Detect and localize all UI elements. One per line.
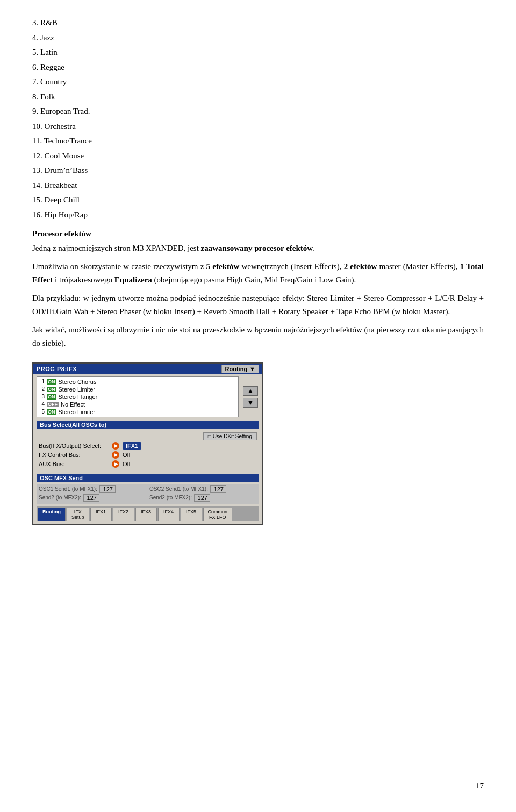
effect-num: 5 bbox=[39, 409, 45, 415]
arrow-down[interactable]: ▼ bbox=[243, 398, 258, 408]
list-item: 11. Techno/Trance bbox=[32, 134, 484, 148]
bus-value-blue: IFX1 bbox=[123, 442, 141, 450]
list-item: 5. Latin bbox=[32, 46, 484, 60]
list-item: 10. Orchestra bbox=[32, 120, 484, 134]
osc-send-value: 127 bbox=[99, 485, 116, 493]
bus-row-label: Bus(IFX/Output) Select: bbox=[39, 443, 109, 449]
bus-btn[interactable]: ▶ bbox=[112, 460, 119, 468]
diagram-title-left: PROG P8:IFX bbox=[37, 366, 77, 372]
list-section: 3. R&B4. Jazz5. Latin6. Reggae7. Country… bbox=[32, 16, 484, 222]
list-item: 8. Folk bbox=[32, 90, 484, 104]
effect-name: No Effect bbox=[61, 401, 85, 408]
diagram-tabs: RoutingIFX SetupIFX1IFX2IFX3IFX4IFX5Comm… bbox=[37, 506, 259, 522]
diagram-titlebar: PROG P8:IFX Routing ▼ bbox=[33, 364, 262, 374]
effect-status-badge: ON bbox=[47, 409, 56, 415]
list-item: 16. Hip Hop/Rap bbox=[32, 208, 484, 222]
diagram-tab[interactable]: IFX1 bbox=[90, 508, 112, 522]
effect-num: 1 bbox=[39, 379, 45, 385]
effect-name: Stereo Flanger bbox=[59, 394, 98, 400]
list-item: 13. Drum’n’Bass bbox=[32, 164, 484, 178]
diagram-tab[interactable]: Routing bbox=[38, 508, 66, 522]
osc-send-label: Send2 (to MFX2): bbox=[39, 495, 81, 501]
body-paragraph-3: Dla przykładu: w jednym utworze można po… bbox=[32, 292, 484, 319]
body-paragraph-2: Umożliwia on skorzystanie w czasie rzecz… bbox=[32, 260, 484, 287]
effect-status-badge: OFF bbox=[47, 402, 59, 407]
list-item: 7. Country bbox=[32, 75, 484, 89]
effect-row[interactable]: 2 ON Stereo Limiter bbox=[39, 386, 236, 393]
use-dkit-checkbox[interactable]: □ Use DKit Setting bbox=[203, 432, 257, 440]
bus-row: FX Control Bus: ▶ Off bbox=[39, 451, 257, 459]
osc-header: OSC MFX Send bbox=[37, 474, 259, 482]
osc-send-label: OSC1 Send1 (to MFX1): bbox=[39, 486, 97, 492]
list-item: 9. European Trad. bbox=[32, 105, 484, 119]
diagram-tab[interactable]: IFX Setup bbox=[67, 508, 89, 522]
arrow-up[interactable]: ▲ bbox=[243, 386, 258, 396]
diagram-box: PROG P8:IFX Routing ▼ 1 ON Stereo Chorus… bbox=[32, 363, 263, 525]
effects-list-outer: 1 ON Stereo Chorus 2 ON Stereo Limiter 3… bbox=[37, 376, 259, 417]
use-dkit-row: □ Use DKit Setting bbox=[39, 432, 257, 440]
osc-send-value: 127 bbox=[194, 494, 210, 502]
diagram-tab[interactable]: Common FX LFO bbox=[203, 508, 233, 522]
osc-send-value: 127 bbox=[210, 485, 226, 493]
diagram-tab[interactable]: IFX5 bbox=[181, 508, 202, 522]
list-item: 6. Reggae bbox=[32, 61, 484, 75]
use-dkit-label: Use DKit Setting bbox=[213, 433, 252, 439]
osc-send-cell: Send2 (to MFX2): 127 bbox=[149, 494, 257, 502]
diagram-tab[interactable]: IFX3 bbox=[135, 508, 157, 522]
bus-rows: □ Use DKit Setting Bus(IFX/Output) Selec… bbox=[37, 431, 259, 472]
effect-name: Stereo Chorus bbox=[59, 379, 97, 385]
diagram-tab[interactable]: IFX2 bbox=[113, 508, 134, 522]
effect-num: 4 bbox=[39, 401, 45, 407]
effect-row[interactable]: 1 ON Stereo Chorus bbox=[39, 378, 236, 386]
chevron-down-icon: ▼ bbox=[249, 366, 255, 372]
effect-num: 2 bbox=[39, 386, 45, 392]
effect-row[interactable]: 4 OFF No Effect bbox=[39, 401, 236, 408]
diagram-tab[interactable]: IFX4 bbox=[158, 508, 180, 522]
effects-list-box: 1 ON Stereo Chorus 2 ON Stereo Limiter 3… bbox=[37, 376, 239, 417]
bus-btn[interactable]: ▶ bbox=[112, 442, 119, 450]
diagram-inner: 1 ON Stereo Chorus 2 ON Stereo Limiter 3… bbox=[33, 374, 262, 524]
osc-send-label: OSC2 Send1 (to MFX1): bbox=[149, 486, 208, 492]
effect-status-badge: ON bbox=[47, 379, 56, 385]
bus-row-label: FX Control Bus: bbox=[39, 452, 109, 458]
osc-send-label: Send2 (to MFX2): bbox=[149, 495, 192, 501]
osc-send-cell: OSC1 Send1 (to MFX1): 127 bbox=[39, 485, 146, 493]
list-item: 15. Deep Chill bbox=[32, 193, 484, 207]
osc-send-cell: Send2 (to MFX2): 127 bbox=[39, 494, 146, 502]
effect-status-badge: ON bbox=[47, 394, 56, 400]
bus-value-plain: Off bbox=[123, 461, 130, 467]
bus-row-label: AUX Bus: bbox=[39, 461, 109, 467]
osc-send-cell: OSC2 Send1 (to MFX1): 127 bbox=[149, 485, 257, 493]
effect-row[interactable]: 5 ON Stereo Limiter bbox=[39, 408, 236, 416]
osc-send-rows: OSC1 Send1 (to MFX1): 127 OSC2 Send1 (to… bbox=[37, 484, 259, 504]
list-item: 12. Cool Mouse bbox=[32, 149, 484, 163]
effect-name: Stereo Limiter bbox=[59, 409, 95, 415]
section-heading: Procesor efektów bbox=[32, 229, 484, 238]
bus-section-heading: Bus Select(All OSCs to) bbox=[37, 421, 259, 429]
list-item: 14. Breakbeat bbox=[32, 179, 484, 193]
effect-status-badge: ON bbox=[47, 387, 56, 392]
content-area: 3. R&B4. Jazz5. Latin6. Reggae7. Country… bbox=[32, 16, 484, 525]
bus-btn[interactable]: ▶ bbox=[112, 451, 119, 459]
effect-row[interactable]: 3 ON Stereo Flanger bbox=[39, 393, 236, 401]
list-item: 3. R&B bbox=[32, 16, 484, 30]
effect-num: 3 bbox=[39, 394, 45, 400]
osc-send-row: Send2 (to MFX2): 127 Send2 (to MFX2): 12… bbox=[39, 494, 257, 502]
page-number: 17 bbox=[476, 781, 484, 791]
effect-name: Stereo Limiter bbox=[59, 386, 95, 393]
bus-row: Bus(IFX/Output) Select: ▶ IFX1 bbox=[39, 442, 257, 450]
bus-value-plain: Off bbox=[123, 452, 130, 458]
list-item: 4. Jazz bbox=[32, 31, 484, 45]
diagram-routing-btn[interactable]: Routing ▼ bbox=[221, 365, 259, 373]
effects-arrows: ▲ ▼ bbox=[242, 376, 259, 417]
body-paragraph-4: Jak widać, możliwości są olbrzymie i nic… bbox=[32, 323, 484, 351]
body-paragraph-1: Jedną z najmocniejszych stron M3 XPANDED… bbox=[32, 242, 484, 256]
bus-row: AUX Bus: ▶ Off bbox=[39, 460, 257, 468]
osc-send-row: OSC1 Send1 (to MFX1): 127 OSC2 Send1 (to… bbox=[39, 485, 257, 493]
osc-send-value: 127 bbox=[83, 494, 99, 502]
diagram-title-right-label: Routing bbox=[225, 366, 248, 372]
diagram-container: PROG P8:IFX Routing ▼ 1 ON Stereo Chorus… bbox=[32, 363, 484, 525]
